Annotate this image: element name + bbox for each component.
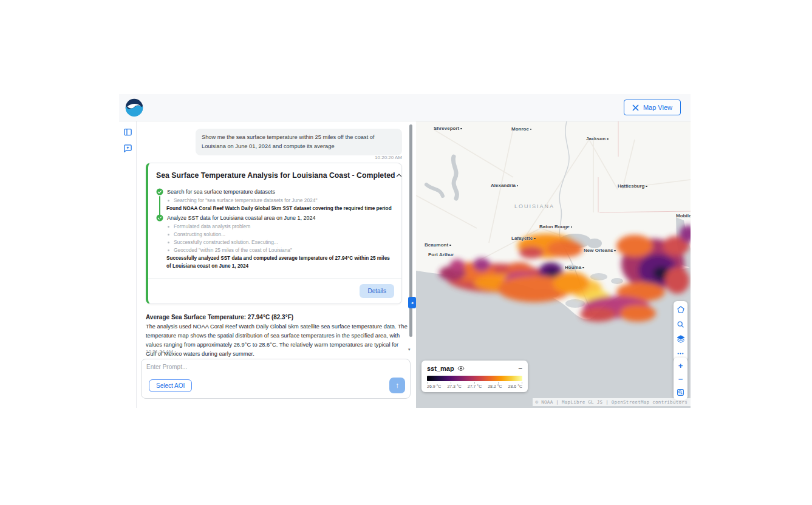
user-message: Show me the sea surface temperature with… xyxy=(196,129,402,155)
map-label: Mobile xyxy=(676,213,691,219)
analysis-card: Sea Surface Temperature Analysis for Lou… xyxy=(146,163,402,304)
map-label: Shreveport xyxy=(434,126,462,131)
colorbar-labels: 26.9 °C 27.3 °C 27.7 °C 28.2 °C 28.6 °C xyxy=(427,384,522,388)
details-button[interactable]: Details xyxy=(360,284,394,298)
map-label: Monroe xyxy=(511,126,531,132)
analysis-steps: Search for sea surface temperature datas… xyxy=(148,185,401,278)
step-bullet: Formulated data analysis problem xyxy=(168,223,393,229)
city-dot xyxy=(646,186,647,188)
map-label: Hattiesburg xyxy=(618,183,647,189)
page: Map View Show me the sea surface tempera… xyxy=(0,0,812,505)
city-dot xyxy=(607,138,609,140)
app-header: Map View xyxy=(119,94,691,121)
bullet-dot xyxy=(168,200,169,202)
box-zoom-icon[interactable] xyxy=(675,387,686,397)
step-bullet: Constructing solution... xyxy=(168,231,393,237)
send-button[interactable]: ↑ xyxy=(389,378,405,393)
step-text: Formulated data analysis problem xyxy=(174,223,250,229)
step-text: Successfully analyzed SST data and compu… xyxy=(166,255,393,270)
sidebar xyxy=(119,121,137,408)
chevron-up-icon[interactable] xyxy=(395,172,403,179)
select-aoi-button[interactable]: Select AOI xyxy=(149,379,192,392)
result-heading: Average Sea Surface Temperature: 27.94°C… xyxy=(146,314,293,320)
app-window: Map View Show me the sea surface tempera… xyxy=(119,94,691,408)
map-label: Lafayette xyxy=(511,236,536,241)
collapse-panel-handle[interactable]: ◂ xyxy=(408,297,416,308)
scroll-down-icon[interactable]: ▾ xyxy=(408,347,411,352)
map-view-button[interactable]: Map View xyxy=(624,100,681,115)
step-text: Analyze SST data for Louisiana coastal a… xyxy=(167,214,316,221)
city-dot xyxy=(534,238,536,240)
analysis-card-title: Sea Surface Temperature Analysis for Lou… xyxy=(156,171,395,180)
city-dot xyxy=(517,185,519,187)
layers-icon[interactable] xyxy=(675,334,686,344)
sst-legend: sst_map − 26.9 °C 27.3 °C 27.7 °C 28.2 °… xyxy=(421,361,528,392)
chat-scrollbar[interactable] xyxy=(409,123,413,353)
step-text: Constructing solution... xyxy=(174,231,225,237)
zoom-in-button[interactable]: + xyxy=(675,361,686,370)
map-label: New Orleans xyxy=(584,248,616,253)
new-chat-icon[interactable] xyxy=(123,143,132,153)
step-check: Search for sea surface temperature datas… xyxy=(156,188,393,195)
chevron-left-icon: ◂ xyxy=(411,300,414,305)
colorbar-ticks xyxy=(427,382,522,384)
result-timestamp: 10:21:24 AM xyxy=(146,349,173,354)
zoom-out-button[interactable]: − xyxy=(675,374,686,384)
result-paragraph: The analysis used NOAA Coral Reef Watch … xyxy=(146,322,408,359)
noaa-logo xyxy=(125,98,143,117)
map-zoom-controls: + − xyxy=(674,358,687,400)
close-icon xyxy=(632,104,639,111)
check-icon xyxy=(156,188,163,195)
step-text: Searching for "sea surface temperature d… xyxy=(174,197,317,203)
map-view-label: Map View xyxy=(643,104,672,111)
sst-colorbar xyxy=(427,376,522,381)
step-check: Analyze SST data for Louisiana coastal a… xyxy=(156,214,393,222)
app-body: Show me the sea surface temperature with… xyxy=(119,121,691,408)
city-dot xyxy=(449,245,451,246)
panel-toggle-icon[interactable] xyxy=(123,127,132,137)
map-label: Baton Rouge xyxy=(539,224,572,229)
aoi-polygon-icon[interactable] xyxy=(675,305,686,314)
user-message-timestamp: 10:20:20 AM xyxy=(196,155,402,160)
step-bullet: Successfully constructed solution. Execu… xyxy=(168,239,393,245)
city-dot xyxy=(582,267,584,269)
step-text: Successfully constructed solution. Execu… xyxy=(174,239,278,245)
city-dot xyxy=(460,128,462,130)
step-text: Geocoded "within 25 miles of the coast o… xyxy=(174,247,292,253)
map-attribution: © NOAA | MapLibre GL JS | OpenStreetMap … xyxy=(533,398,691,406)
map-label: Alexandria xyxy=(491,183,518,188)
bullet-dot xyxy=(168,226,169,228)
more-options-icon[interactable] xyxy=(675,348,686,358)
eye-icon[interactable] xyxy=(457,365,465,372)
step-text: Search for sea surface temperature datas… xyxy=(167,188,275,195)
step-result: Found NOAA Coral Reef Watch Daily Global… xyxy=(166,205,393,212)
step-text: Found NOAA Coral Reef Watch Daily Global… xyxy=(166,205,392,212)
city-dot xyxy=(614,250,616,252)
step-bullet: Geocoded "within 25 miles of the coast o… xyxy=(168,247,393,253)
map-label: Port Arthur xyxy=(428,252,454,257)
state-label: LOUISIANA xyxy=(514,203,554,209)
legend-collapse-button[interactable]: − xyxy=(518,365,522,371)
city-dot xyxy=(530,129,532,130)
map-label: Jackson xyxy=(586,136,609,141)
bullet-dot xyxy=(168,249,169,251)
step-result: Successfully analyzed SST data and compu… xyxy=(166,255,393,270)
city-dot xyxy=(571,226,573,228)
map-label: Beaumont xyxy=(425,242,451,248)
chat-panel: Show me the sea surface temperature with… xyxy=(137,121,416,408)
prompt-box: Select AOI ↑ xyxy=(141,359,411,399)
analysis-card-footer: Details xyxy=(148,278,401,303)
map-tools xyxy=(674,301,687,362)
bullet-dot xyxy=(168,242,169,243)
map-view[interactable]: Shreveport Monroe Jackson Alexandria Hat… xyxy=(416,121,691,408)
timeline-connector xyxy=(159,196,160,219)
analysis-card-header[interactable]: Sea Surface Temperature Analysis for Lou… xyxy=(148,163,401,185)
search-icon[interactable] xyxy=(675,319,686,329)
map-label: Houma xyxy=(565,265,584,270)
bullet-dot xyxy=(168,234,169,236)
step-bullet: Searching for "sea surface temperature d… xyxy=(168,197,393,203)
arrow-up-icon: ↑ xyxy=(395,381,399,390)
legend-header: sst_map − xyxy=(427,365,522,372)
legend-title: sst_map xyxy=(427,365,454,372)
